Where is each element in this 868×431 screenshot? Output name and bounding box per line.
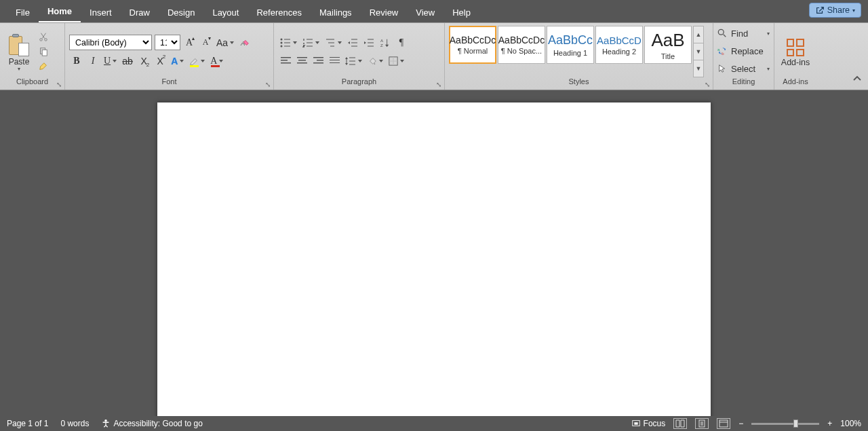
svg-text:Z: Z	[380, 43, 383, 48]
web-layout-button[interactable]	[717, 418, 730, 429]
status-page[interactable]: Page 1 of 1	[7, 419, 48, 428]
clear-formatting-button[interactable]: A	[237, 35, 252, 50]
zoom-slider[interactable]	[751, 423, 819, 425]
underline-button[interactable]: U	[102, 53, 119, 69]
paragraph-launcher[interactable]: ⤡	[436, 81, 441, 88]
tab-layout[interactable]: Layout	[203, 3, 248, 22]
addins-button[interactable]: Add-ins	[781, 36, 810, 67]
grow-font-button[interactable]: A▴	[182, 35, 197, 50]
status-accessibility-label: Accessibility: Good to go	[113, 419, 202, 428]
style-heading2[interactable]: AaBbCcD Heading 2	[595, 26, 643, 64]
numbering-button[interactable]	[300, 35, 321, 50]
tab-review[interactable]: Review	[361, 3, 408, 22]
share-button[interactable]: Share ▾	[809, 3, 861, 18]
zoom-in-button[interactable]: +	[827, 419, 832, 428]
sort-button[interactable]: AZ	[378, 35, 393, 50]
paste-button[interactable]: Paste ▾	[4, 31, 34, 73]
share-icon	[815, 5, 825, 15]
line-spacing-button[interactable]	[343, 53, 364, 69]
status-bar: Page 1 of 1 0 words Accessibility: Good …	[0, 416, 868, 431]
svg-point-6	[281, 41, 283, 43]
status-accessibility[interactable]: Accessibility: Good to go	[101, 419, 202, 428]
focus-mode-button[interactable]: Focus	[631, 419, 666, 428]
style-name: ¶ Normal	[458, 47, 488, 55]
shading-icon	[368, 56, 377, 66]
document-area[interactable]	[0, 90, 868, 416]
tab-references[interactable]: References	[248, 3, 310, 22]
web-layout-icon	[719, 419, 728, 428]
align-center-button[interactable]	[294, 53, 309, 69]
highlight-button[interactable]	[187, 53, 207, 69]
svg-rect-16	[634, 422, 637, 425]
chevron-up-icon	[852, 73, 863, 83]
styles-scroll-down[interactable]: ▼	[694, 43, 703, 60]
read-mode-button[interactable]	[673, 418, 687, 429]
italic-button[interactable]: I	[85, 53, 100, 69]
cut-button[interactable]	[37, 31, 50, 43]
svg-point-7	[281, 45, 283, 47]
style-preview: AaBbCcDc	[450, 35, 496, 45]
strikethrough-button[interactable]: ab	[120, 53, 135, 69]
style-no-spacing[interactable]: AaBbCcDc ¶ No Spac...	[498, 26, 545, 64]
tab-insert[interactable]: Insert	[81, 3, 121, 22]
superscript-button[interactable]: X2	[153, 53, 167, 69]
subscript-button[interactable]: X2	[136, 53, 151, 69]
tab-help[interactable]: Help	[443, 3, 479, 22]
tab-file[interactable]: File	[7, 3, 39, 22]
font-color-button[interactable]: A	[208, 53, 225, 69]
document-page[interactable]	[157, 102, 711, 416]
change-case-button[interactable]: Aa	[214, 35, 236, 50]
zoom-out-button[interactable]: −	[738, 419, 743, 428]
font-name-select[interactable]: Calibri (Body)	[69, 35, 152, 50]
align-left-icon	[281, 57, 291, 65]
select-button[interactable]: Select▾	[713, 60, 774, 77]
collapse-ribbon-button[interactable]	[852, 73, 863, 86]
svg-point-1	[45, 39, 47, 41]
align-left-button[interactable]	[278, 53, 293, 69]
tab-draw[interactable]: Draw	[121, 3, 159, 22]
shading-button[interactable]	[366, 53, 385, 69]
decrease-indent-button[interactable]	[345, 35, 360, 50]
multilevel-list-button[interactable]	[323, 35, 344, 50]
select-icon	[717, 64, 727, 73]
bullets-button[interactable]	[278, 35, 299, 50]
show-marks-button[interactable]: ¶	[394, 35, 409, 50]
borders-button[interactable]	[387, 53, 406, 69]
shrink-font-button[interactable]: A▾	[198, 35, 213, 50]
status-words[interactable]: 0 words	[60, 419, 89, 428]
copy-button[interactable]	[37, 45, 50, 58]
styles-expand[interactable]: ▼	[694, 60, 703, 77]
text-effects-button[interactable]: A	[169, 53, 186, 69]
tab-view[interactable]: View	[407, 3, 443, 22]
increase-indent-button[interactable]	[361, 35, 376, 50]
paste-icon	[9, 33, 29, 56]
justify-button[interactable]	[327, 53, 342, 69]
clipboard-launcher[interactable]: ⤡	[56, 81, 62, 88]
replace-icon: ab	[717, 46, 727, 56]
find-button[interactable]: Find▾	[713, 24, 774, 42]
styles-scroll-up[interactable]: ▲	[694, 26, 703, 43]
format-painter-button[interactable]	[37, 60, 50, 73]
tab-home[interactable]: Home	[39, 1, 81, 22]
style-heading1[interactable]: AaBbCc Heading 1	[547, 26, 594, 64]
focus-icon	[631, 419, 641, 428]
align-right-button[interactable]	[311, 53, 326, 69]
font-launcher[interactable]: ⤡	[265, 81, 271, 88]
tab-mailings[interactable]: Mailings	[311, 3, 361, 22]
bold-button[interactable]: B	[69, 53, 84, 69]
replace-button[interactable]: ab Replace	[713, 42, 774, 60]
svg-point-11	[718, 29, 724, 35]
zoom-level[interactable]: 100%	[840, 419, 861, 428]
align-right-icon	[313, 57, 323, 65]
select-label: Select	[731, 64, 755, 74]
paragraph-group-label: Paragraph	[342, 77, 376, 86]
svg-text:a: a	[717, 47, 720, 52]
print-layout-button[interactable]	[695, 418, 709, 429]
style-name: Heading 2	[602, 48, 636, 56]
style-normal[interactable]: AaBbCcDc ¶ Normal	[449, 26, 496, 64]
font-size-select[interactable]: 11	[155, 35, 180, 50]
style-title[interactable]: AaB Title	[644, 26, 692, 64]
styles-launcher[interactable]: ⤡	[705, 81, 710, 88]
format-painter-icon	[39, 62, 48, 71]
tab-design[interactable]: Design	[159, 3, 203, 22]
